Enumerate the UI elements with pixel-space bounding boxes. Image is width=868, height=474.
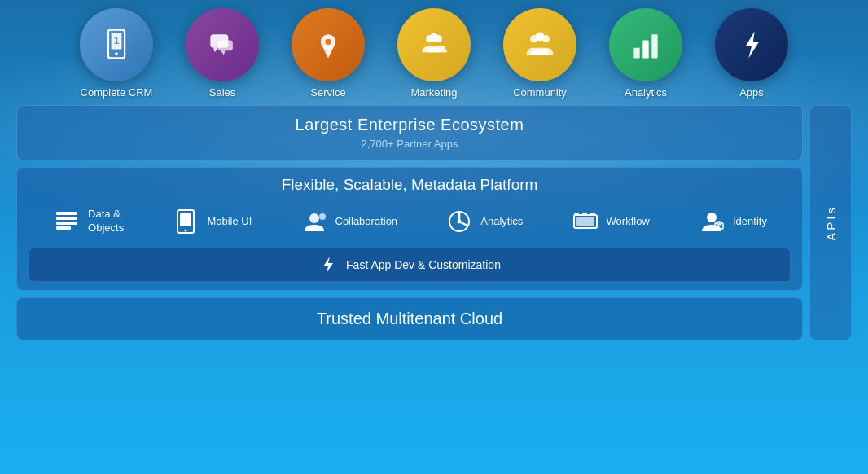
feature-workflow: Workflow [571, 207, 650, 236]
community-label: Community [513, 86, 567, 99]
svg-marker-40 [323, 257, 333, 273]
svg-marker-9 [322, 46, 335, 59]
trusted-title: Trusted Multitenant Cloud [33, 309, 786, 328]
svg-rect-19 [651, 34, 657, 58]
apis-label: APIs [824, 205, 838, 241]
svg-point-16 [536, 32, 545, 41]
apis-panel: APIs [809, 105, 852, 340]
fast-app-label: Fast App Dev & Customization [346, 258, 501, 271]
marketing-circle [397, 8, 471, 81]
icon-item-service[interactable]: Service [279, 8, 377, 99]
svg-marker-7 [221, 50, 226, 55]
platform-title: Flexible, Scalable, Metadata Platform [28, 176, 791, 194]
crm-label: Complete CRM [81, 86, 153, 99]
fast-app-bar: Fast App Dev & Customization [28, 248, 791, 282]
svg-rect-33 [576, 217, 594, 226]
top-icons-row: 1 Complete CRM Sales Servic [0, 0, 868, 99]
svg-rect-34 [574, 213, 579, 215]
crm-icon: 1 [99, 27, 134, 63]
svg-point-31 [458, 220, 462, 224]
ecosystem-title: Largest Enterprise Ecosystem [33, 116, 786, 134]
svg-rect-36 [590, 213, 595, 215]
data-objects-label: Data &Objects [88, 208, 124, 235]
feature-mobile-ui: Mobile UI [171, 207, 252, 236]
main-content: Largest Enterprise Ecosystem 2,700+ Part… [16, 105, 852, 340]
ecosystem-panel: Largest Enterprise Ecosystem 2,700+ Part… [16, 105, 803, 160]
service-icon [310, 27, 346, 63]
svg-rect-23 [56, 222, 77, 225]
analytics-feat-svg [446, 208, 472, 235]
svg-point-2 [115, 52, 118, 55]
crm-circle: 1 [80, 8, 153, 81]
svg-marker-20 [746, 32, 760, 59]
platform-panel: Flexible, Scalable, Metadata Platform Da… [16, 167, 803, 291]
svg-text:1: 1 [113, 34, 119, 46]
workflow-icon-svg [572, 208, 598, 235]
analytics-icon [628, 27, 664, 63]
community-icon [522, 27, 558, 63]
feature-collaboration: Collaboration [300, 207, 398, 236]
svg-rect-21 [56, 212, 77, 215]
sales-icon [204, 27, 240, 63]
icon-item-community[interactable]: Community [491, 8, 589, 99]
mobile-ui-label: Mobile UI [207, 215, 252, 229]
analytics-feat-label: Analytics [480, 215, 523, 229]
icon-item-sales[interactable]: Sales [173, 8, 271, 99]
svg-rect-18 [642, 41, 648, 59]
svg-point-29 [319, 213, 326, 220]
icon-item-analytics[interactable]: Analytics [597, 8, 695, 99]
sales-label: Sales [209, 86, 236, 99]
icon-item-marketing[interactable]: Marketing [385, 8, 483, 99]
data-icon-svg [54, 208, 80, 235]
identity-icon-svg [699, 208, 725, 235]
svg-marker-5 [213, 48, 218, 53]
svg-rect-24 [56, 226, 71, 230]
center-panels: Largest Enterprise Ecosystem 2,700+ Part… [16, 105, 803, 340]
analytics-circle [609, 8, 682, 81]
svg-rect-22 [56, 217, 77, 220]
mobile-ui-icon [171, 207, 200, 236]
collab-icon-svg [301, 208, 327, 235]
sales-circle [186, 8, 259, 81]
svg-rect-6 [218, 41, 233, 51]
feature-data-objects: Data &Objects [52, 207, 124, 236]
trusted-panel: Trusted Multitenant Cloud [16, 297, 803, 340]
svg-point-28 [309, 213, 319, 223]
feature-identity: Identity [697, 207, 767, 236]
analytics-label: Analytics [625, 86, 667, 99]
svg-point-13 [430, 33, 438, 42]
ecosystem-subtitle: 2,700+ Partner Apps [33, 138, 786, 150]
mobile-icon-svg [173, 208, 199, 235]
marketing-icon [416, 27, 452, 63]
svg-point-10 [325, 39, 331, 45]
icon-item-apps[interactable]: Apps [703, 8, 800, 99]
service-label: Service [310, 86, 345, 99]
community-circle [503, 8, 576, 81]
features-row: Data &Objects Mobile UI [28, 202, 791, 241]
apps-icon [734, 27, 769, 63]
data-objects-icon [52, 207, 81, 236]
svg-rect-35 [582, 213, 587, 215]
service-circle [292, 8, 365, 81]
feature-analytics: Analytics [445, 207, 523, 236]
apps-label: Apps [739, 86, 764, 99]
svg-rect-17 [633, 48, 639, 59]
workflow-label: Workflow [607, 215, 650, 229]
svg-rect-26 [180, 213, 191, 226]
identity-icon [697, 207, 726, 236]
marketing-label: Marketing [410, 86, 457, 99]
workflow-icon [571, 207, 600, 236]
analytics-feat-icon [445, 207, 474, 236]
lightning-icon [318, 255, 338, 274]
collaboration-icon [300, 207, 329, 236]
collaboration-label: Collaboration [335, 215, 398, 229]
icon-item-crm[interactable]: 1 Complete CRM [68, 8, 165, 99]
svg-point-37 [707, 213, 717, 222]
apps-circle [715, 8, 788, 81]
identity-label: Identity [733, 215, 767, 229]
svg-point-27 [185, 230, 187, 232]
